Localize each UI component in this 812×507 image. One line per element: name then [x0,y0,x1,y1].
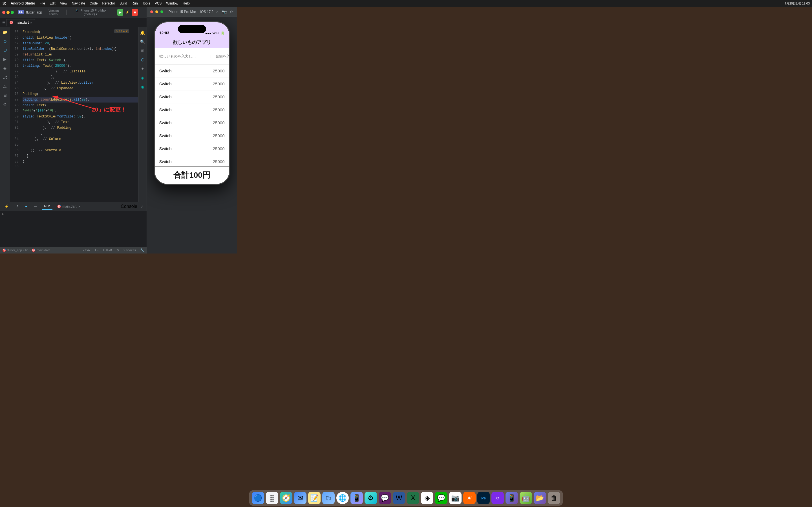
sim-home-icon[interactable]: ⌂ [216,10,218,14]
bottom-tab-close[interactable]: ✕ [78,205,80,208]
traffic-light-green[interactable] [11,11,14,14]
menu-refactor[interactable]: Refactor [102,1,115,5]
tab-main-dart[interactable]: 🎯 main.dart ✕ [55,203,83,210]
dynamic-island [178,25,206,33]
lightning-button[interactable]: ⚡ [124,10,131,15]
project-name: flutter_app [26,10,42,14]
sim-traffic-yellow[interactable] [155,10,158,13]
menu-edit[interactable]: Edit [50,1,56,5]
warning-nav-down[interactable]: ∨ [126,30,128,33]
traffic-light-yellow[interactable] [6,11,10,14]
more-button[interactable]: ⋯ [139,10,144,15]
item-name: Switch [159,120,172,125]
app-list[interactable]: Switch25000Switch25000Switch25000Switch2… [155,64,229,166]
terminal-icon[interactable]: ⊞ [1,91,9,99]
menu-tools[interactable]: Tools [142,1,150,5]
vcs-icon[interactable]: ⊙ [1,37,9,45]
tab-run[interactable]: Run [42,203,52,210]
code-editor[interactable]: 6566676869707172737475767778798081828384… [10,27,138,202]
app-price-input[interactable] [213,50,229,62]
menu-help[interactable]: Help [183,1,190,5]
structure-icon[interactable]: ⊞ [139,47,146,54]
sim-traffic-green[interactable] [160,10,163,13]
apple-menu[interactable]: ⌘ [2,1,6,6]
tab-file-label: main.dart [15,20,29,24]
signal-icon: ●●● [205,31,211,35]
version-control-button[interactable]: Version control [43,8,64,16]
wrench-icon[interactable]: 🔧 [140,248,144,252]
menu-run[interactable]: Run [132,1,138,5]
line-ending[interactable]: LF [95,248,99,252]
sim-rotate-icon[interactable]: ⟳ [230,10,234,14]
wifi-icon: WiFi [213,31,219,35]
inspect-icon[interactable]: 🔍 [139,38,146,45]
item-name: Switch [159,107,172,112]
stop-button[interactable]: ■ [132,9,138,16]
bottom-tab-more[interactable]: ⋯ [32,203,40,210]
warning-badge[interactable]: ⚠ 17 ∧ ∨ [114,29,129,33]
run-button[interactable]: ▶ [117,9,123,16]
folder-icon[interactable]: 📁 [1,28,9,36]
expand-console-button[interactable]: ⤢ [140,204,144,209]
gem-icon[interactable]: ◈ [1,64,9,72]
code-line-85 [22,142,138,148]
flutter-icon-1[interactable]: ⬡ [1,46,9,54]
bottom-tab-dart[interactable]: ● [23,203,29,210]
git-icon[interactable]: ⎇ [1,73,9,81]
simulator-panel: iPhone 15 Pro Max – iOS 17.2 ⌂ 📷 ⟳ 12:03… [147,7,237,253]
dart-icon-2[interactable]: ◉ [139,83,146,90]
editor-tabs: ☰ 🎯 main.dart ✕ ⋯ [0,18,147,27]
hamburger-icon[interactable]: ☰ [1,20,6,25]
item-price: 25000 [213,68,225,73]
traffic-light-red[interactable] [2,11,5,14]
menu-file[interactable]: File [40,1,45,5]
simulator-titlebar: iPhone 15 Pro Max – iOS 17.2 ⌂ 📷 ⟳ [147,7,237,17]
iphone-frame: 12:03 ●●● WiFi 🔋 欲しいものアプリ [147,17,237,253]
total-text: 合計100円 [159,170,225,180]
indent[interactable]: 2 spaces [123,248,136,252]
sim-icons: ⌂ 📷 ⟳ [216,10,234,14]
run-sidebar-icon[interactable]: ▶ [1,55,9,63]
menu-build[interactable]: Build [119,1,127,5]
app-item-input[interactable] [157,50,209,62]
code-line-89 [22,165,138,170]
menu-window[interactable]: Window [166,1,178,5]
sim-traffic-red[interactable] [150,10,153,13]
code-line-70: title: Text('Switch'), [22,57,138,63]
menu-android-studio[interactable]: Android Studio [11,1,35,5]
bottom-tab-reload[interactable]: ↺ [13,203,20,210]
menu-navigate[interactable]: Navigate [71,1,85,5]
code-line-80: style: TextStyle(fontSize: 50), [22,114,138,119]
status-bar: 🎯 flutter_app › lib › 🎯 main.dart 77:47 … [0,247,147,253]
editor-tab-main-dart[interactable]: 🎯 main.dart ✕ [6,19,35,25]
code-line-68: itemBuilder: (BuildContext context, int … [22,46,138,52]
issues-icon[interactable]: ⚠ [1,82,9,90]
charset[interactable]: UTF-8 [103,248,112,252]
code-content[interactable]: Expanded( child: ListView.builder( itemC… [20,27,138,202]
code-line-84: ), // Column [22,136,138,142]
menu-code[interactable]: Code [90,1,98,5]
console-area: ▶ [0,211,147,247]
list-item: Switch25000 [155,155,229,166]
tab-close-icon[interactable]: ✕ [30,21,32,24]
sim-screenshot-icon[interactable]: 📷 [222,10,227,14]
flutter-outline-icon[interactable]: ⬡ [139,56,146,63]
code-line-79: '合計'+'100'+'円', [22,108,138,114]
cursor-position[interactable]: 77:47 [83,248,91,252]
notification-icon[interactable]: 🔔 [139,29,146,36]
dart-icon-1[interactable]: ◈ [139,74,146,81]
menu-vcs[interactable]: VCS [155,1,162,5]
item-name: Switch [159,146,172,151]
more-tabs-button[interactable]: ⋯ [140,20,146,25]
warning-nav-up[interactable]: ∧ [123,30,125,33]
ide-toolbar: FA flutter_app Version control 📱 iPhone … [0,7,147,18]
menu-view[interactable]: View [60,1,67,5]
sparkle-icon[interactable]: ✦ [139,65,146,72]
breadcrumb: 🎯 flutter_app › lib › 🎯 main.dart [2,248,50,252]
app-header: 欲しいものアプリ [155,37,229,48]
settings-icon[interactable]: ⚙ [1,100,9,108]
ide-left-sidebar: 📁 ⊙ ⬡ ▶ ◈ ⎇ ⚠ ⊞ ⚙ [0,27,10,202]
list-item: Switch25000 [155,77,229,91]
bottom-tab-lightning[interactable]: ⚡ [2,203,11,210]
device-selector[interactable]: 📱 iPhone 15 Pro Max (mobile) ▾ [69,8,112,17]
